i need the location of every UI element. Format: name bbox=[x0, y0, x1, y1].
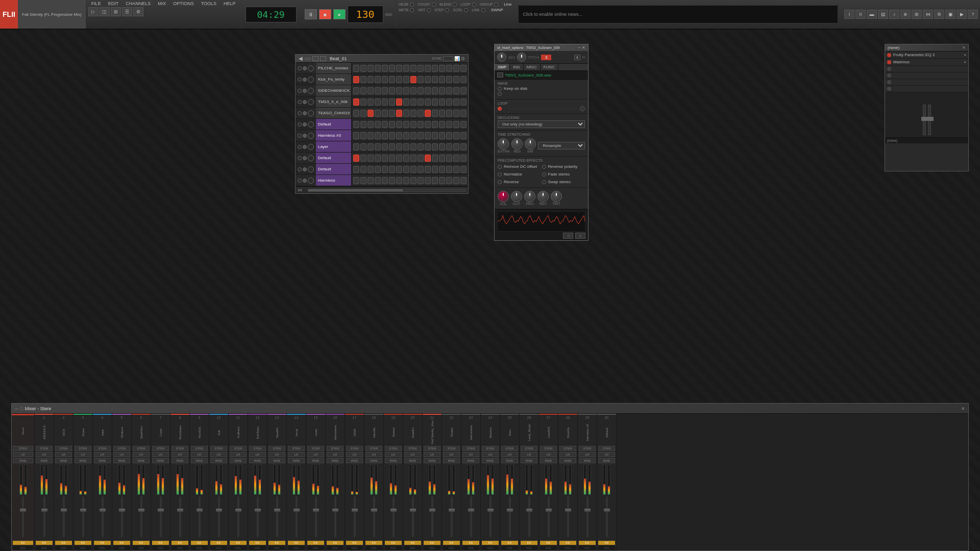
fx-fader-1[interactable] bbox=[923, 105, 926, 135]
beat-btn-10-0[interactable] bbox=[353, 177, 359, 184]
knob-pitch[interactable] bbox=[517, 53, 526, 62]
beat-btn-9-2[interactable] bbox=[368, 166, 374, 173]
beat-btn-8-0[interactable] bbox=[353, 155, 359, 162]
menu-help[interactable]: HELP bbox=[220, 1, 239, 6]
beat-channel-name-5[interactable]: Default bbox=[316, 119, 352, 130]
beat-channel-name-8[interactable]: Default bbox=[316, 153, 352, 163]
knob-res[interactable] bbox=[511, 138, 523, 149]
beat-btn-6-14[interactable] bbox=[453, 132, 459, 139]
ch-fader-19[interactable] bbox=[393, 496, 395, 537]
toolbar-icon-1[interactable]: ▷ bbox=[88, 7, 99, 16]
beat-btn-5-13[interactable] bbox=[446, 121, 452, 128]
ch-lr-23[interactable]: LR bbox=[462, 452, 479, 457]
ch-inse-20[interactable]: INSE bbox=[404, 458, 421, 463]
ch-lr-6[interactable]: LR bbox=[133, 452, 150, 457]
ch-ster-4[interactable]: STER bbox=[94, 446, 111, 451]
beat-btn-4-14[interactable] bbox=[453, 110, 459, 117]
ch-inse-30[interactable]: INSE bbox=[598, 458, 615, 463]
beat-btn-1-0[interactable] bbox=[353, 76, 359, 83]
beat-btn-0-10[interactable] bbox=[425, 65, 431, 72]
beat-btn-1-8[interactable] bbox=[410, 76, 416, 83]
ch-lr-17[interactable]: LR bbox=[346, 452, 363, 457]
ch-ster-18[interactable]: STER bbox=[365, 446, 382, 451]
beat-pan-2[interactable] bbox=[308, 88, 314, 94]
beat-btn-5-6[interactable] bbox=[396, 121, 402, 128]
ch-fx-btn-7[interactable]: FX bbox=[152, 541, 169, 545]
ch-lr-11[interactable]: LR bbox=[230, 452, 247, 457]
ch-fader-12[interactable] bbox=[257, 496, 259, 537]
beat-btn-2-8[interactable] bbox=[410, 87, 416, 94]
beat-btn-7-1[interactable] bbox=[360, 143, 366, 151]
beat-btn-1-7[interactable] bbox=[403, 76, 409, 83]
toolbar-right-2[interactable]: II bbox=[855, 10, 866, 19]
beat-btn-8-14[interactable] bbox=[453, 155, 459, 162]
beat-btn-10-10[interactable] bbox=[425, 177, 431, 184]
beat-btn-9-7[interactable] bbox=[403, 166, 409, 173]
ch-fader-25[interactable] bbox=[509, 496, 511, 537]
beat-pan-7[interactable] bbox=[308, 144, 314, 150]
beat-btn-10-12[interactable] bbox=[439, 177, 445, 184]
beat-btn-4-4[interactable] bbox=[382, 110, 388, 117]
fx-toggle-0[interactable]: ● bbox=[964, 53, 966, 57]
ch-inse-11[interactable]: INSE bbox=[230, 458, 247, 463]
beat-btn-10-13[interactable] bbox=[446, 177, 452, 184]
beat-solo-0[interactable] bbox=[303, 66, 307, 70]
ch-lr-1[interactable]: LR bbox=[36, 452, 53, 457]
beat-btn-3-0[interactable] bbox=[353, 98, 359, 106]
beat-btn-7-7[interactable] bbox=[403, 143, 409, 151]
beat-settings-btn[interactable]: ⚙ bbox=[461, 56, 465, 61]
ch-ster-27[interactable]: STER bbox=[540, 446, 557, 451]
ch-ster-24[interactable]: STER bbox=[482, 446, 499, 451]
beat-solo-9[interactable] bbox=[303, 167, 307, 171]
beat-mute-5[interactable] bbox=[298, 122, 302, 127]
ch-fx-btn-3[interactable]: FX bbox=[75, 541, 91, 545]
beat-btn-9-1[interactable] bbox=[360, 166, 366, 173]
beat-btn-8-11[interactable] bbox=[432, 155, 438, 162]
fx-plugin-5[interactable] bbox=[885, 86, 968, 92]
ch-ster-1[interactable]: STER bbox=[36, 446, 53, 451]
beat-btn-9-13[interactable] bbox=[446, 166, 452, 173]
beat-btn-1-4[interactable] bbox=[382, 76, 388, 83]
ch-inse-22[interactable]: INSE bbox=[443, 458, 460, 463]
beat-btn-2-0[interactable] bbox=[353, 87, 359, 94]
beat-btn-4-1[interactable] bbox=[360, 110, 366, 117]
beat-btn-2-3[interactable] bbox=[375, 87, 381, 94]
beat-btn-2-5[interactable] bbox=[389, 87, 395, 94]
bpm-display[interactable]: 130 bbox=[348, 6, 383, 23]
beat-btn-9-6[interactable] bbox=[396, 166, 402, 173]
loop-radio-btn[interactable] bbox=[498, 107, 502, 111]
beat-btn-1-6[interactable] bbox=[396, 76, 402, 83]
ch-inse-12[interactable]: INSE bbox=[249, 458, 266, 463]
ch-fader-18[interactable] bbox=[373, 496, 375, 537]
beat-channel-name-0[interactable]: PILCHE_monies bbox=[316, 63, 352, 73]
precomp-swap-stereo-radio[interactable] bbox=[542, 180, 546, 184]
mixer-collapse[interactable]: ─ bbox=[15, 406, 18, 411]
fx-plugin-3[interactable] bbox=[885, 72, 968, 79]
beat-btn-0-1[interactable] bbox=[360, 65, 366, 72]
ch-fader-0[interactable] bbox=[22, 496, 24, 537]
ch-inse-23[interactable]: INSE bbox=[462, 458, 479, 463]
beat-solo-7[interactable] bbox=[303, 145, 307, 149]
beat-btn-7-12[interactable] bbox=[439, 143, 445, 151]
toolbar-icon-5[interactable]: ⚙ bbox=[133, 7, 143, 16]
beat-btn-4-10[interactable] bbox=[425, 110, 431, 117]
beat-btn-7-9[interactable] bbox=[418, 143, 424, 151]
beat-btn-2-7[interactable] bbox=[403, 87, 409, 94]
ch-fx-btn-26[interactable]: FX bbox=[521, 541, 537, 545]
beat-btn-7-10[interactable] bbox=[425, 143, 431, 151]
ch-fx-btn-10[interactable]: FX bbox=[210, 541, 227, 545]
toolbar-right-help[interactable]: ? bbox=[968, 10, 978, 19]
beat-btn-3-6[interactable] bbox=[396, 98, 402, 106]
beat-btn-0-15[interactable] bbox=[460, 65, 467, 72]
beat-btn-5-9[interactable] bbox=[418, 121, 424, 128]
fx-plugin-2[interactable] bbox=[885, 66, 968, 72]
ch-ster-29[interactable]: STER bbox=[579, 446, 596, 451]
beat-btn-8-12[interactable] bbox=[439, 155, 445, 162]
beat-btn-2-11[interactable] bbox=[432, 87, 438, 94]
beat-btn-10-11[interactable] bbox=[432, 177, 438, 184]
beat-mute-1[interactable] bbox=[298, 78, 302, 82]
beat-btn-1-9[interactable] bbox=[418, 76, 424, 83]
ch-fader-4[interactable] bbox=[102, 496, 104, 537]
beat-piano-icon[interactable] bbox=[320, 56, 326, 61]
beat-solo-5[interactable] bbox=[303, 122, 307, 127]
